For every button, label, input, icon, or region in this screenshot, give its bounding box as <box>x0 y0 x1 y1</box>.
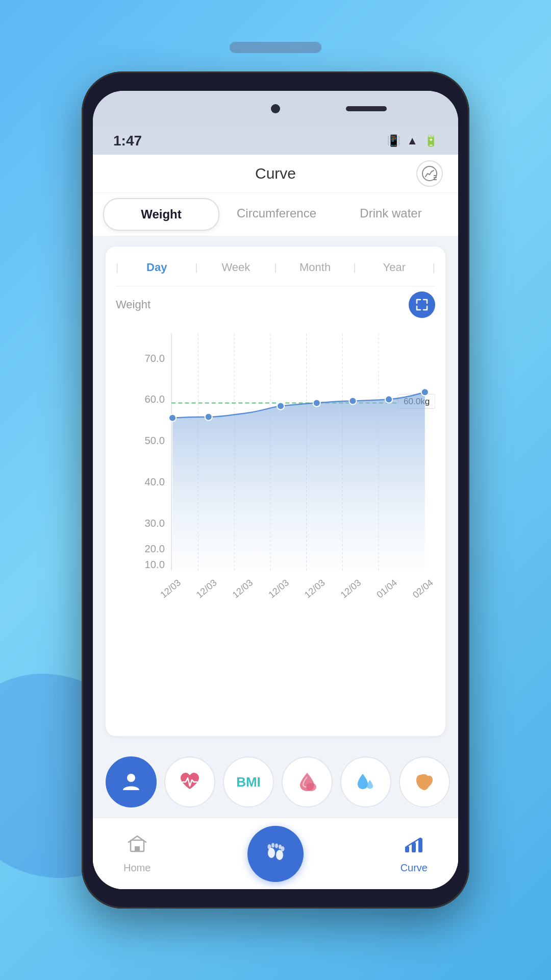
svg-text:12/03: 12/03 <box>339 577 363 600</box>
blood-icon <box>296 771 318 793</box>
svg-text:50.0: 50.0 <box>145 435 165 446</box>
main-scroll: | Day | Week | Month | Year | Weight <box>93 236 458 818</box>
svg-point-46 <box>281 846 285 851</box>
chart-header: Weight <box>116 291 435 318</box>
svg-text:60.0: 60.0 <box>145 394 165 405</box>
quick-icon-water[interactable] <box>340 756 391 807</box>
phone-screen: 1:47 📳 ▲ 🔋 Curve <box>93 91 458 889</box>
tab-weight[interactable]: Weight <box>103 198 219 231</box>
svg-text:70.0: 70.0 <box>145 353 165 364</box>
svg-point-26 <box>385 396 392 403</box>
tab-circumference[interactable]: Circumference <box>219 198 334 231</box>
quick-icons-row: BMI <box>93 746 458 818</box>
svg-text:12/03: 12/03 <box>194 577 219 600</box>
svg-point-44 <box>275 843 278 848</box>
nav-measure[interactable] <box>247 826 304 882</box>
quick-icon-bmi[interactable]: BMI <box>223 756 274 807</box>
quick-icon-blood[interactable] <box>282 756 333 807</box>
quick-icon-heart[interactable] <box>164 756 215 807</box>
svg-text:10.0: 10.0 <box>145 559 165 570</box>
heart-rate-icon <box>179 771 201 793</box>
app-header: Curve <box>93 155 458 193</box>
chart-history-icon <box>421 165 438 182</box>
time-tab-day[interactable]: Day <box>118 257 195 278</box>
svg-text:30.0: 30.0 <box>145 518 165 529</box>
time-tab-year[interactable]: Year <box>356 257 433 278</box>
nav-home[interactable]: Home <box>123 834 151 874</box>
svg-point-21 <box>169 414 176 422</box>
expand-icon <box>415 298 429 311</box>
svg-text:40.0: 40.0 <box>145 476 165 487</box>
water-icon <box>355 771 377 793</box>
time-tabs: | Day | Week | Month | Year | <box>116 257 435 286</box>
person-icon <box>120 771 142 793</box>
status-icons: 📳 ▲ 🔋 <box>387 134 438 148</box>
svg-point-24 <box>313 399 320 406</box>
tab-bar: Weight Circumference Drink water <box>93 193 458 236</box>
svg-rect-47 <box>405 846 409 852</box>
svg-point-25 <box>349 397 356 404</box>
chart-container: | Day | Week | Month | Year | Weight <box>106 247 445 736</box>
speaker <box>346 106 387 111</box>
quick-icon-stomach[interactable] <box>399 756 450 807</box>
status-bar: 1:47 📳 ▲ 🔋 <box>93 127 458 155</box>
svg-text:12/03: 12/03 <box>303 577 327 600</box>
svg-text:12/03: 12/03 <box>231 577 255 600</box>
nav-curve[interactable]: Curve <box>400 834 428 874</box>
svg-text:12/03: 12/03 <box>158 577 183 600</box>
home-icon <box>128 834 147 858</box>
status-time: 1:47 <box>113 133 142 149</box>
quick-icon-liver[interactable] <box>458 756 458 807</box>
page-title: Curve <box>255 165 296 182</box>
time-tab-week[interactable]: Week <box>197 257 274 278</box>
svg-rect-39 <box>135 846 140 851</box>
curve-label: Curve <box>400 862 428 874</box>
curve-icon <box>404 834 423 858</box>
svg-point-23 <box>277 402 284 409</box>
time-tab-month[interactable]: Month <box>277 257 354 278</box>
svg-point-41 <box>276 850 283 860</box>
quick-icon-person[interactable] <box>106 756 157 807</box>
footprint-icon <box>260 839 291 869</box>
wifi-icon: ▲ <box>407 134 418 148</box>
phone-frame: 1:47 📳 ▲ 🔋 Curve <box>82 71 469 909</box>
svg-text:12/03: 12/03 <box>266 577 291 600</box>
svg-point-43 <box>271 843 274 847</box>
chart-history-button[interactable] <box>416 160 443 187</box>
svg-point-37 <box>306 783 316 791</box>
svg-point-42 <box>268 844 271 849</box>
weight-chart: 70.0 60.0 50.0 40.0 30.0 20.0 10.0 60.0k… <box>116 323 435 622</box>
home-svg-icon <box>128 834 147 853</box>
svg-point-27 <box>421 388 429 396</box>
chart-svg-wrapper: 70.0 60.0 50.0 40.0 30.0 20.0 10.0 60.0k… <box>116 323 435 624</box>
tab-drink-water[interactable]: Drink water <box>334 198 448 231</box>
home-label: Home <box>123 862 151 874</box>
battery-icon: 🔋 <box>424 134 438 148</box>
app-content: Curve Weight Circumference Drink water <box>93 155 458 889</box>
vibrate-icon: 📳 <box>387 134 400 148</box>
svg-point-40 <box>268 848 275 858</box>
camera <box>271 104 280 113</box>
svg-text:02/04: 02/04 <box>411 577 435 600</box>
curve-svg-icon <box>404 834 423 853</box>
svg-point-22 <box>205 413 212 421</box>
sep5: | <box>433 262 435 274</box>
svg-text:01/04: 01/04 <box>374 577 399 600</box>
stomach-icon <box>413 771 436 793</box>
svg-point-0 <box>422 166 437 181</box>
svg-rect-49 <box>418 838 422 852</box>
notch-area <box>93 91 458 127</box>
svg-text:20.0: 20.0 <box>145 543 165 554</box>
chart-y-label: Weight <box>116 298 151 311</box>
expand-button[interactable] <box>409 291 435 318</box>
svg-point-36 <box>127 774 135 782</box>
bmi-label: BMI <box>236 774 261 790</box>
status-pill <box>230 42 321 53</box>
bottom-nav: Home <box>93 818 458 889</box>
